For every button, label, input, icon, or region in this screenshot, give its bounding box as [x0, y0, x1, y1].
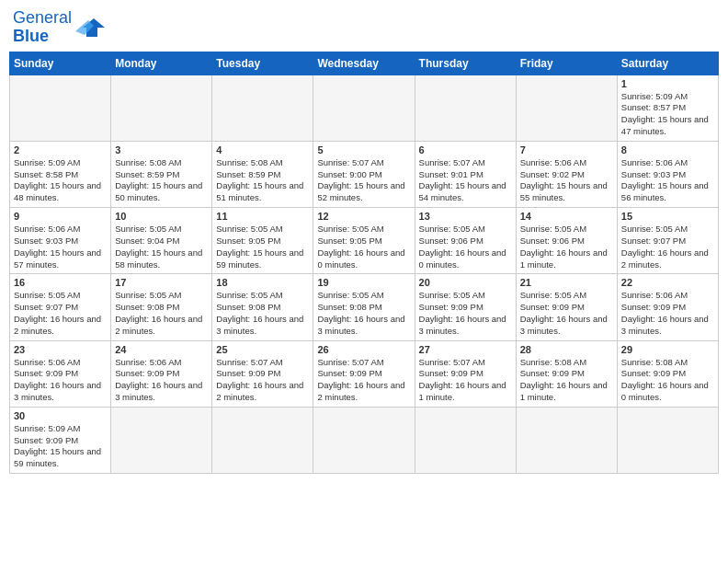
day-number: 23 [14, 344, 107, 355]
calendar-cell [516, 75, 617, 141]
day-number: 18 [216, 277, 309, 288]
logo: General Blue [13, 9, 105, 46]
calendar-cell [415, 407, 516, 473]
day-info: Sunrise: 5:08 AM Sunset: 8:59 PM Dayligh… [216, 157, 309, 204]
calendar-cell: 28Sunrise: 5:08 AM Sunset: 9:09 PM Dayli… [516, 340, 617, 407]
day-number: 28 [520, 344, 613, 355]
calendar-cell: 7Sunrise: 5:06 AM Sunset: 9:02 PM Daylig… [516, 141, 617, 207]
day-info: Sunrise: 5:08 AM Sunset: 9:09 PM Dayligh… [621, 357, 714, 404]
day-info: Sunrise: 5:08 AM Sunset: 8:59 PM Dayligh… [115, 157, 208, 204]
day-info: Sunrise: 5:05 AM Sunset: 9:06 PM Dayligh… [419, 224, 512, 270]
calendar-cell: 9Sunrise: 5:06 AM Sunset: 9:03 PM Daylig… [10, 208, 111, 274]
logo-blue: Blue [13, 27, 49, 45]
day-number: 10 [115, 211, 208, 222]
weekday-header-monday: Monday [111, 52, 212, 75]
day-number: 8 [621, 144, 714, 155]
calendar-cell [617, 407, 718, 473]
calendar-cell: 16Sunrise: 5:05 AM Sunset: 9:07 PM Dayli… [10, 274, 111, 340]
day-number: 3 [115, 144, 208, 155]
calendar-cell [111, 407, 212, 473]
calendar-cell: 30Sunrise: 5:09 AM Sunset: 9:09 PM Dayli… [10, 407, 111, 473]
calendar-cell [111, 75, 212, 141]
day-info: Sunrise: 5:05 AM Sunset: 9:09 PM Dayligh… [520, 290, 613, 337]
calendar-cell: 14Sunrise: 5:05 AM Sunset: 9:06 PM Dayli… [516, 208, 617, 274]
day-number: 25 [216, 344, 309, 355]
day-number: 4 [216, 144, 309, 155]
calendar-cell: 15Sunrise: 5:05 AM Sunset: 9:07 PM Dayli… [617, 208, 718, 274]
day-number: 15 [621, 211, 714, 222]
day-number: 26 [317, 344, 410, 355]
calendar-week-2: 2Sunrise: 5:09 AM Sunset: 8:58 PM Daylig… [10, 141, 719, 207]
calendar-cell: 6Sunrise: 5:07 AM Sunset: 9:01 PM Daylig… [415, 141, 516, 207]
day-info: Sunrise: 5:06 AM Sunset: 9:09 PM Dayligh… [621, 290, 714, 337]
day-info: Sunrise: 5:05 AM Sunset: 9:06 PM Dayligh… [520, 224, 613, 270]
calendar-cell: 21Sunrise: 5:05 AM Sunset: 9:09 PM Dayli… [516, 274, 617, 340]
day-number: 7 [520, 144, 613, 155]
day-info: Sunrise: 5:06 AM Sunset: 9:09 PM Dayligh… [14, 357, 107, 404]
day-info: Sunrise: 5:05 AM Sunset: 9:04 PM Dayligh… [115, 224, 208, 270]
calendar-week-6: 30Sunrise: 5:09 AM Sunset: 9:09 PM Dayli… [10, 407, 719, 473]
day-number: 21 [520, 277, 613, 288]
calendar-cell [415, 75, 516, 141]
calendar-cell [212, 407, 313, 473]
logo-text: General Blue [13, 9, 72, 46]
day-number: 13 [419, 211, 512, 222]
weekday-header-wednesday: Wednesday [313, 52, 415, 75]
day-number: 17 [115, 277, 208, 288]
logo-general: General [13, 8, 72, 27]
calendar-cell: 17Sunrise: 5:05 AM Sunset: 9:08 PM Dayli… [111, 274, 212, 340]
calendar-cell [313, 75, 415, 141]
day-number: 22 [621, 277, 714, 288]
day-info: Sunrise: 5:05 AM Sunset: 9:07 PM Dayligh… [621, 224, 714, 270]
calendar-cell [516, 407, 617, 473]
day-number: 30 [14, 410, 107, 421]
day-number: 5 [317, 144, 410, 155]
day-info: Sunrise: 5:07 AM Sunset: 9:09 PM Dayligh… [317, 357, 410, 404]
day-number: 19 [317, 277, 410, 288]
calendar-week-3: 9Sunrise: 5:06 AM Sunset: 9:03 PM Daylig… [10, 208, 719, 274]
day-info: Sunrise: 5:07 AM Sunset: 9:00 PM Dayligh… [317, 157, 410, 204]
calendar-cell: 1Sunrise: 5:09 AM Sunset: 8:57 PM Daylig… [617, 75, 718, 141]
day-number: 29 [621, 344, 714, 355]
calendar-cell: 11Sunrise: 5:05 AM Sunset: 9:05 PM Dayli… [212, 208, 313, 274]
day-info: Sunrise: 5:05 AM Sunset: 9:08 PM Dayligh… [115, 290, 208, 337]
day-info: Sunrise: 5:06 AM Sunset: 9:09 PM Dayligh… [115, 357, 208, 404]
day-info: Sunrise: 5:07 AM Sunset: 9:09 PM Dayligh… [419, 357, 512, 404]
calendar-week-1: 1Sunrise: 5:09 AM Sunset: 8:57 PM Daylig… [10, 75, 719, 141]
calendar-cell: 29Sunrise: 5:08 AM Sunset: 9:09 PM Dayli… [617, 340, 718, 407]
day-info: Sunrise: 5:08 AM Sunset: 9:09 PM Dayligh… [520, 357, 613, 404]
calendar-cell: 20Sunrise: 5:05 AM Sunset: 9:09 PM Dayli… [415, 274, 516, 340]
calendar-cell [212, 75, 313, 141]
day-info: Sunrise: 5:06 AM Sunset: 9:03 PM Dayligh… [14, 224, 107, 270]
calendar-cell: 22Sunrise: 5:06 AM Sunset: 9:09 PM Dayli… [617, 274, 718, 340]
weekday-header-thursday: Thursday [415, 52, 516, 75]
day-info: Sunrise: 5:07 AM Sunset: 9:01 PM Dayligh… [419, 157, 512, 204]
day-number: 27 [419, 344, 512, 355]
day-number: 9 [14, 211, 107, 222]
day-number: 20 [419, 277, 512, 288]
weekday-header-saturday: Saturday [617, 52, 718, 75]
calendar-cell: 23Sunrise: 5:06 AM Sunset: 9:09 PM Dayli… [10, 340, 111, 407]
calendar-cell [10, 75, 111, 141]
weekday-header-tuesday: Tuesday [212, 52, 313, 75]
day-info: Sunrise: 5:05 AM Sunset: 9:08 PM Dayligh… [317, 290, 410, 337]
calendar-cell: 12Sunrise: 5:05 AM Sunset: 9:05 PM Dayli… [313, 208, 415, 274]
calendar-table: SundayMondayTuesdayWednesdayThursdayFrid… [9, 52, 719, 475]
weekday-header-row: SundayMondayTuesdayWednesdayThursdayFrid… [10, 52, 719, 75]
day-info: Sunrise: 5:05 AM Sunset: 9:05 PM Dayligh… [216, 224, 309, 270]
calendar-cell: 26Sunrise: 5:07 AM Sunset: 9:09 PM Dayli… [313, 340, 415, 407]
day-info: Sunrise: 5:09 AM Sunset: 8:58 PM Dayligh… [14, 157, 107, 204]
calendar-cell: 19Sunrise: 5:05 AM Sunset: 9:08 PM Dayli… [313, 274, 415, 340]
day-number: 12 [317, 211, 410, 222]
calendar-cell: 18Sunrise: 5:05 AM Sunset: 9:08 PM Dayli… [212, 274, 313, 340]
day-number: 14 [520, 211, 613, 222]
day-number: 2 [14, 144, 107, 155]
calendar-cell: 5Sunrise: 5:07 AM Sunset: 9:00 PM Daylig… [313, 141, 415, 207]
calendar-cell [313, 407, 415, 473]
day-number: 6 [419, 144, 512, 155]
day-number: 1 [621, 78, 714, 89]
page-header: General Blue [9, 9, 719, 46]
day-info: Sunrise: 5:05 AM Sunset: 9:08 PM Dayligh… [216, 290, 309, 337]
day-info: Sunrise: 5:05 AM Sunset: 9:05 PM Dayligh… [317, 224, 410, 270]
day-number: 11 [216, 211, 309, 222]
